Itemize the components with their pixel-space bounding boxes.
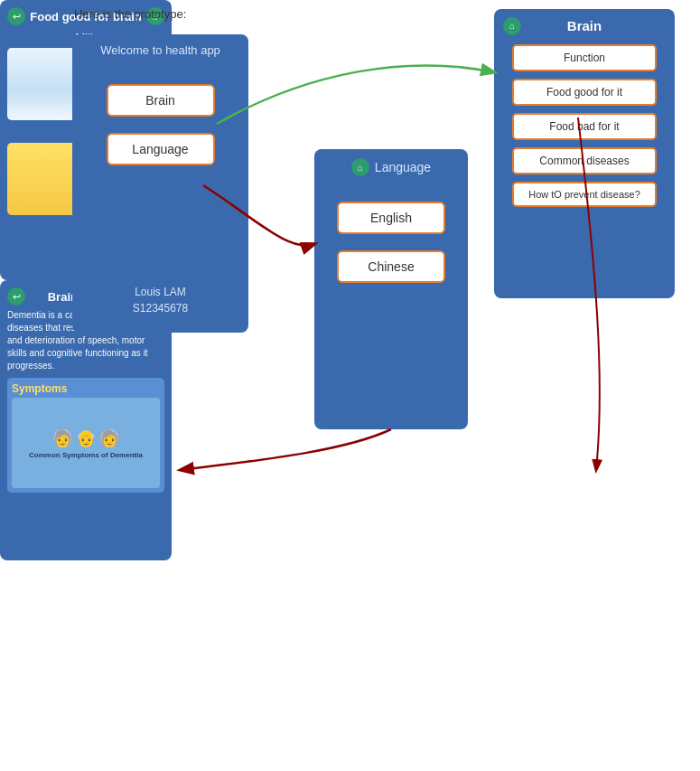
how-to-prevent-button[interactable]: How tO prevent disease? xyxy=(512,182,657,207)
symptoms-label: Symptoms xyxy=(12,382,160,395)
language-panel: ⌂ Language English Chinese xyxy=(314,149,468,429)
user-id: S12345678 xyxy=(133,300,188,316)
food-good-button[interactable]: Food good for it xyxy=(512,79,657,106)
person-figures: 🧓 👴 🧓 xyxy=(52,428,119,448)
welcome-panel: Welcome to health app Brain Language Lou… xyxy=(72,34,248,333)
page-header: Here is the prototype: xyxy=(74,7,186,21)
symptoms-box: Symptoms 🧓 👴 🧓 Common Symptoms of Dement… xyxy=(7,378,164,493)
symptoms-caption: Common Symptoms of Dementia xyxy=(29,451,143,459)
brain-panel: ⌂ Brain Function Food good for it Food b… xyxy=(494,9,675,298)
back-icon[interactable]: ↩ xyxy=(7,7,25,25)
user-info: Louis LAM S12345678 xyxy=(133,284,188,316)
language-panel-title: Language xyxy=(375,160,431,174)
user-name: Louis LAM xyxy=(133,284,188,300)
brain-disease-back-icon[interactable]: ↩ xyxy=(7,287,25,306)
language-button[interactable]: Language xyxy=(107,133,215,165)
english-button[interactable]: English xyxy=(337,202,445,234)
person-3: 🧓 xyxy=(99,428,119,448)
brain-home-icon[interactable]: ⌂ xyxy=(503,17,521,35)
symptoms-image: 🧓 👴 🧓 Common Symptoms of Dementia xyxy=(12,398,160,488)
person-2: 👴 xyxy=(76,428,96,448)
brain-button[interactable]: Brain xyxy=(107,84,215,117)
common-diseases-button[interactable]: Common diseases xyxy=(512,147,657,174)
food-bad-button[interactable]: Food bad for it xyxy=(512,113,657,140)
brain-panel-title: Brain xyxy=(567,18,602,33)
chinese-button[interactable]: Chinese xyxy=(337,250,445,283)
home-icon[interactable]: ⌂ xyxy=(351,158,369,176)
welcome-title: Welcome to health app xyxy=(100,43,220,57)
function-button[interactable]: Function xyxy=(512,44,657,71)
language-panel-header: ⌂ Language xyxy=(351,158,431,176)
person-1: 🧓 xyxy=(52,428,72,448)
